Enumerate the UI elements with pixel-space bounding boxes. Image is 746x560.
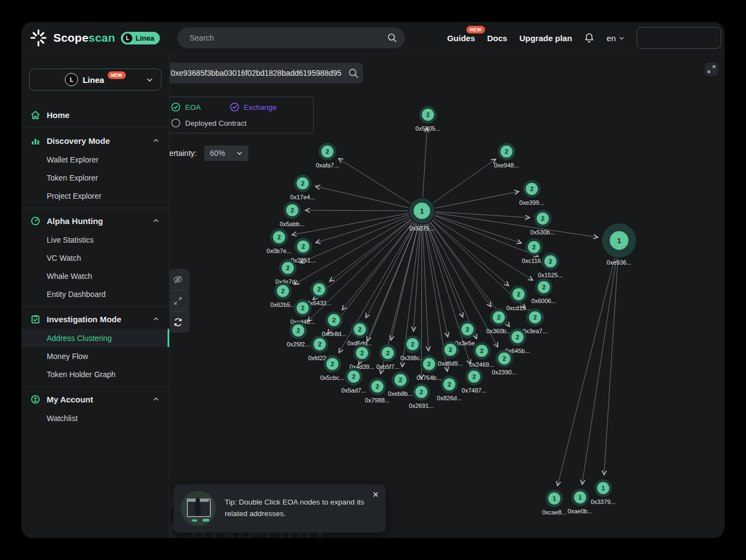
graph-node-0xce8d[interactable]: 2 (325, 311, 343, 329)
fit-view-button[interactable] (166, 290, 190, 311)
graph-node-0xfd22[interactable]: 2 (311, 335, 329, 353)
global-search-input[interactable] (188, 33, 387, 43)
legend-eoa[interactable]: EOA (171, 102, 201, 112)
graph-node-0x1525[interactable]: 2 (542, 253, 559, 270)
graph-node-0x3379[interactable]: 1 (594, 479, 612, 497)
graph-node-0xc116[interactable]: 2 (525, 238, 543, 256)
sidebar-item-watchlist[interactable]: Watchlist (21, 409, 169, 427)
check-circle-icon (230, 102, 240, 112)
graph-node-0x6006[interactable]: 2 (535, 278, 553, 296)
guides-new-badge: NEW (466, 26, 485, 33)
graph-node-0x5805[interactable]: 2 (419, 106, 437, 124)
graph-node-0x398c[interactable]: 2 (404, 335, 421, 353)
graph-node-0x360b[interactable]: 2 (490, 309, 508, 326)
graph-edge (294, 217, 410, 284)
graph-node-0x530b[interactable]: 2 (534, 210, 552, 227)
global-search[interactable] (177, 27, 405, 48)
sidebar-item-token-explorer[interactable]: Token Explorer (21, 169, 169, 187)
close-icon[interactable]: ✕ (372, 490, 379, 500)
graph-node-0x17e4[interactable]: 2 (294, 175, 311, 192)
certainty-select[interactable]: 60% (204, 145, 248, 161)
graph-node-0x2691[interactable]: 2 (413, 383, 430, 401)
network-badge: L Linea (121, 32, 160, 44)
graph-edge (433, 218, 532, 280)
tip-illustration (181, 491, 216, 526)
sidebar-item-project-explorer[interactable]: Project Explorer (21, 187, 169, 205)
graph-node-0x2390[interactable]: 2 (496, 350, 513, 367)
graph-node-0xcae8[interactable]: 1 (545, 490, 563, 507)
sidebar-section-my-account[interactable]: My Account (21, 389, 169, 409)
divider (21, 386, 169, 387)
graph-node-0x7487[interactable]: 2 (465, 368, 483, 385)
nav-upgrade-plan[interactable]: Upgrade plan (519, 33, 572, 43)
graph-node-0xe399[interactable]: 2 (523, 180, 541, 198)
graph-node-0x4d39[interactable]: 2 (353, 344, 371, 362)
certainty-control: Certainty: 60% (164, 145, 248, 161)
search-icon[interactable] (348, 68, 359, 79)
graph-node-0x2051[interactable]: 2 (294, 238, 312, 255)
graph-toolbar (166, 269, 190, 333)
nav-guides[interactable]: Guides NEW (447, 33, 475, 43)
graph-node-0xae0b[interactable]: 1 (571, 489, 589, 506)
graph-node-0xcd15[interactable]: 2 (510, 285, 527, 303)
refresh-button[interactable] (166, 312, 190, 333)
address-search[interactable] (164, 63, 363, 83)
graph-node-0x764b[interactable]: 2 (420, 355, 438, 373)
refresh-icon (172, 317, 183, 328)
graph-node-0x826d[interactable]: 2 (441, 376, 458, 393)
graph-node-0xd6dd[interactable]: 2 (351, 321, 369, 338)
fullscreen-icon (707, 65, 716, 74)
graph-node-0x7988[interactable]: 2 (369, 378, 386, 395)
fullscreen-button[interactable] (705, 63, 718, 76)
home-icon (30, 110, 41, 120)
sidebar-item-vc-watch[interactable]: VC Watch (21, 249, 169, 267)
graph-node-0xd8d9[interactable]: 2 (442, 341, 459, 359)
graph-node-0x2469[interactable]: 2 (473, 342, 491, 360)
sidebar-section-discovery-mode[interactable]: Discovery Mode (21, 131, 169, 150)
sidebar-item-token-holder-graph[interactable]: Token Holder Graph (21, 365, 169, 383)
chevron-up-icon (153, 137, 159, 144)
wallet-connect-button[interactable] (637, 27, 721, 49)
graph-node-0x0b7e[interactable]: 2 (270, 228, 288, 246)
graph-node-0x3ea7[interactable]: 2 (526, 309, 544, 326)
legend-exchange[interactable]: Exchange (230, 102, 277, 112)
notifications-bell-icon[interactable] (584, 32, 594, 43)
sidebar-section-investigation-mode[interactable]: Investigation Mode (21, 309, 169, 329)
graph-node-0x62b5[interactable]: 2 (274, 282, 292, 300)
graph-node-0x5cbc[interactable]: 2 (324, 355, 341, 373)
graph-node-0xeb8b[interactable]: 2 (392, 371, 409, 389)
sidebar-item-wallet-explorer[interactable]: Wallet Explorer (21, 150, 169, 169)
sidebar-item-live-statistics[interactable]: Live Statistics (21, 231, 169, 249)
sidebar-item-whale-watch[interactable]: Whale Watch (21, 267, 169, 285)
sidebar-item-address-clustering[interactable]: Address Clustering (21, 329, 169, 347)
graph-node-0x6432[interactable]: 2 (310, 281, 328, 298)
sidebar-item-home[interactable]: Home (21, 105, 169, 125)
circle-icon (171, 118, 181, 128)
graph-node-0x3e5e[interactable]: 2 (459, 321, 476, 338)
address-search-input[interactable] (170, 68, 348, 78)
graph-node-0xe936[interactable]: 1 (602, 223, 636, 257)
sidebar-item-money-flow[interactable]: Money Flow (21, 347, 169, 365)
graph-node-0xe948[interactable]: 2 (498, 143, 515, 160)
graph-node-0xafa7[interactable]: 2 (319, 143, 336, 160)
nav-docs[interactable]: Docs (487, 33, 508, 43)
graph-node-0xb5f7[interactable]: 2 (379, 344, 397, 362)
graph-node-0xcd48[interactable]: 2 (294, 299, 311, 317)
hide-labels-button[interactable] (166, 269, 190, 290)
eye-off-icon (172, 274, 183, 285)
sidebar-item-entity-dashboard[interactable]: Entity Dashboard (21, 285, 169, 303)
graph-node-0x5075[interactable]: 1 (409, 198, 435, 223)
language-selector[interactable]: en (606, 33, 625, 43)
divider (21, 306, 169, 306)
brand[interactable]: Scopescan L Linea (29, 29, 160, 47)
network-select[interactable]: L Linea NEW (29, 69, 162, 91)
legend-deployed-contract[interactable]: Deployed Contract (171, 118, 247, 128)
graph-node-0x25f2[interactable]: 2 (290, 322, 307, 339)
graph-node-0x4e7d[interactable]: 2 (279, 259, 297, 277)
graph-node-0x645b[interactable]: 2 (509, 328, 526, 346)
graph-node-0x5abb[interactable]: 2 (283, 201, 301, 219)
graph-node-0x5ad7[interactable]: 2 (345, 368, 363, 385)
graph-edge (427, 223, 463, 317)
sidebar-section-alpha-hunting[interactable]: Alpha Hunting (21, 211, 169, 231)
graph-edge (582, 259, 616, 485)
